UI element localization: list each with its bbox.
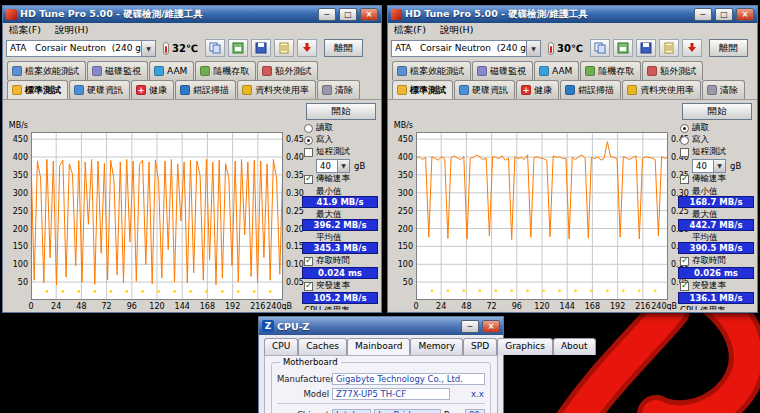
tab-health[interactable]: +健康 <box>131 80 174 99</box>
drive-select[interactable]: ATA Corsair Neutron (240 gB) ▼ <box>391 40 541 57</box>
tab-disk-monitor[interactable]: 磁碟監視 <box>472 61 533 80</box>
tab-random-access[interactable]: 隨機存取 <box>195 61 256 80</box>
tab-disk-info[interactable]: 硬碟資訊 <box>454 80 515 99</box>
write-label: 寫入 <box>316 134 333 146</box>
cpuz-tab-cpu[interactable]: CPU <box>264 338 298 355</box>
axis-tick: 240gB <box>651 302 677 310</box>
drive-select[interactable]: ATA Corsair Neutron (240 gB) ▼ <box>6 40 156 57</box>
tab-label: AAM <box>552 66 572 76</box>
cpuz-tab-memory[interactable]: Memory <box>410 338 463 355</box>
tab-extra-tests[interactable]: 額外測試 <box>257 61 318 80</box>
exit-button[interactable]: 離開 <box>709 39 748 57</box>
chipset-rev-label: Rev. <box>444 410 462 413</box>
max-label: 最大值 <box>302 209 378 219</box>
burst-rate-checkbox[interactable] <box>304 282 313 291</box>
minimize-button[interactable]: ─ <box>461 320 479 333</box>
tab-erase[interactable]: 清除 <box>317 80 360 99</box>
close-button[interactable]: × <box>360 8 378 21</box>
axis-tick: 168 <box>200 302 215 310</box>
tab-disk-info[interactable]: 硬碟資訊 <box>69 80 130 99</box>
avg-label: 平均值 <box>678 232 754 242</box>
copy-button[interactable] <box>205 39 225 57</box>
mainboard-panel: Motherboard Manufacturer Gigabyte Techno… <box>264 355 498 413</box>
tab-benchmark[interactable]: 標準測試 <box>7 80 68 99</box>
tab-folder-usage[interactable]: 資料夾使用率 <box>622 80 701 99</box>
title-bar[interactable]: HD Tune Pro 5.00 - 硬碟檢測/維護工具 ─ □ × <box>3 6 381 23</box>
short-stroke-checkbox[interactable] <box>680 148 689 157</box>
tab-row-1: 檔案效能測試磁碟監視AAM隨機存取額外測試 <box>5 61 379 80</box>
minimize-button[interactable]: ─ <box>694 8 712 21</box>
tab-error-scan[interactable]: 錯誤掃描 <box>560 80 621 99</box>
tab-folder-usage[interactable]: 資料夾使用率 <box>237 80 316 99</box>
cpuz-tab-graphics[interactable]: Graphics <box>497 338 553 355</box>
save-button[interactable] <box>251 39 271 57</box>
copy-button[interactable] <box>590 39 610 57</box>
save-image-button[interactable] <box>228 39 248 57</box>
close-button[interactable]: × <box>482 320 500 333</box>
benchmark-chart: MB/s 45040035030025020015010050 0.450.40… <box>392 121 692 310</box>
start-button[interactable]: 開始 <box>306 103 376 120</box>
text-report-button[interactable] <box>274 39 294 57</box>
copy-icon <box>209 42 221 54</box>
tab-random-access[interactable]: 隨機存取 <box>580 61 641 80</box>
axis-tick: 450 <box>398 135 413 144</box>
tab-extra-tests[interactable]: 額外測試 <box>642 61 703 80</box>
cpuz-tab-about[interactable]: About <box>553 338 596 355</box>
random-access-icon <box>200 66 210 76</box>
menu-file[interactable]: 檔案(F) <box>394 24 426 37</box>
menu-file[interactable]: 檔案(F) <box>9 24 41 37</box>
access-time-checkbox[interactable] <box>304 257 313 266</box>
minimize-button[interactable]: ─ <box>318 8 336 21</box>
burst-rate-checkbox[interactable] <box>680 282 689 291</box>
short-stroke-size-select[interactable]: 40▼ <box>316 159 350 173</box>
tab-erase[interactable]: 清除 <box>702 80 745 99</box>
transfer-rate-checkbox[interactable] <box>680 175 689 184</box>
tab-health[interactable]: +健康 <box>516 80 559 99</box>
folder-usage-icon <box>242 85 252 95</box>
maximize-button[interactable]: □ <box>339 8 357 21</box>
transfer-rate-checkbox[interactable] <box>304 175 313 184</box>
tab-aam[interactable]: AAM <box>534 61 579 80</box>
axis-tick: 200 <box>398 225 413 234</box>
hdtune-window-1: HD Tune Pro 5.00 - 硬碟檢測/維護工具 ─ □ × 檔案(F)… <box>2 5 382 313</box>
tab-aam[interactable]: AAM <box>149 61 194 80</box>
benchmark-icon <box>397 85 407 95</box>
close-button[interactable]: × <box>736 8 754 21</box>
save-image-icon <box>617 42 629 54</box>
menu-help[interactable]: 說明(H) <box>440 24 474 37</box>
motherboard-group: Motherboard Manufacturer Gigabyte Techno… <box>271 362 491 413</box>
download-button[interactable] <box>297 39 317 57</box>
read-radio[interactable] <box>304 124 313 133</box>
axis-tick: 100 <box>398 260 413 269</box>
tab-disk-monitor[interactable]: 磁碟監視 <box>87 61 148 80</box>
tab-label: 磁碟監視 <box>105 65 141 78</box>
tab-label: 清除 <box>720 84 738 97</box>
write-radio[interactable] <box>304 136 313 145</box>
tab-label: 清除 <box>335 84 353 97</box>
start-button[interactable]: 開始 <box>682 103 752 120</box>
cpuz-tab-spd[interactable]: SPD <box>463 338 497 355</box>
tab-benchmark[interactable]: 標準測試 <box>392 80 453 99</box>
title-bar[interactable]: Z CPU-Z ─ × <box>259 317 503 335</box>
access-time-checkbox[interactable] <box>680 257 689 266</box>
cpuz-tab-caches[interactable]: Caches <box>298 338 347 355</box>
cpuz-app-icon: Z <box>262 320 274 332</box>
tab-file-benchmark[interactable]: 檔案效能測試 <box>7 61 86 80</box>
short-stroke-checkbox[interactable] <box>304 148 313 157</box>
tab-file-benchmark[interactable]: 檔案效能測試 <box>392 61 471 80</box>
group-title: Motherboard <box>280 357 341 367</box>
text-report-button[interactable] <box>659 39 679 57</box>
save-button[interactable] <box>636 39 656 57</box>
read-radio[interactable] <box>680 124 689 133</box>
cpuz-tab-mainboard[interactable]: Mainboard <box>347 338 410 355</box>
title-bar[interactable]: HD Tune Pro 5.00 - 硬碟檢測/維護工具 ─ □ × <box>388 6 757 23</box>
save-image-button[interactable] <box>613 39 633 57</box>
exit-button[interactable]: 離開 <box>324 39 363 57</box>
maximize-button[interactable]: □ <box>715 8 733 21</box>
download-button[interactable] <box>682 39 702 57</box>
tab-error-scan[interactable]: 錯誤掃描 <box>175 80 236 99</box>
short-stroke-size-select[interactable]: 40▼ <box>692 159 726 173</box>
write-radio[interactable] <box>680 136 689 145</box>
tab-strip: 檔案效能測試磁碟監視AAM隨機存取額外測試 標準測試硬碟資訊+健康錯誤掃描資料夾… <box>3 59 381 99</box>
menu-help[interactable]: 說明(H) <box>55 24 89 37</box>
